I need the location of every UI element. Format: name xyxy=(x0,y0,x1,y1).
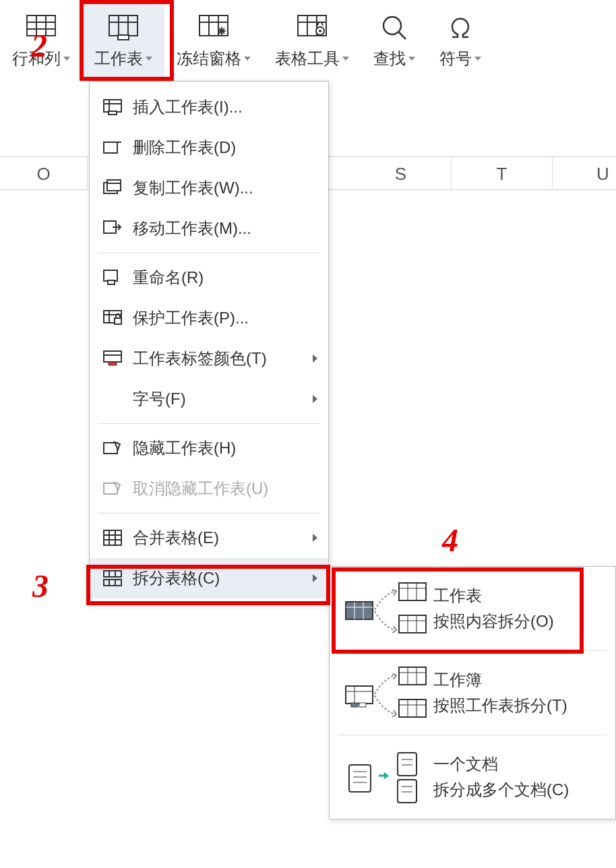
submenu-arrow-icon xyxy=(313,395,317,403)
svg-rect-47 xyxy=(109,362,117,365)
tools-icon xyxy=(297,11,327,44)
svg-rect-82 xyxy=(399,700,426,717)
svg-rect-56 xyxy=(104,580,121,586)
menu-insert[interactable]: 插入工作表(I)... xyxy=(90,87,328,127)
svg-rect-76 xyxy=(351,703,358,707)
svg-rect-50 xyxy=(104,530,121,545)
col-U[interactable]: U xyxy=(553,157,616,189)
menu-protect[interactable]: 保护工作表(P)... xyxy=(90,298,328,338)
unhide-icon xyxy=(100,480,125,497)
col-S[interactable]: S xyxy=(350,157,452,189)
split-icon xyxy=(100,570,125,586)
menu-unhide-label: 取消隐藏工作表(U) xyxy=(133,478,268,499)
worksheet-menu: 插入工作表(I)... 删除工作表(D) 复制工作表(W)... 移动工作表(M… xyxy=(89,81,329,604)
sheet-icon xyxy=(109,11,138,44)
submenu-arrow-icon xyxy=(313,354,317,363)
menu-unhide: 取消隐藏工作表(U) xyxy=(90,468,328,509)
ribbon-worksheet[interactable]: 工作表 xyxy=(82,0,164,81)
search-icon xyxy=(381,11,408,44)
svg-rect-55 xyxy=(104,571,121,577)
badge-4: 4 xyxy=(442,522,458,559)
svg-point-23 xyxy=(319,30,321,32)
move-sheet-icon xyxy=(100,220,125,237)
menu-merge-label: 合并表格(E) xyxy=(133,527,219,549)
svg-rect-29 xyxy=(109,111,117,115)
svg-rect-86 xyxy=(349,765,371,792)
menu-tabcolor[interactable]: 工作表标签颜色(T) xyxy=(90,338,328,379)
svg-rect-78 xyxy=(399,667,426,685)
protect-icon xyxy=(100,310,125,326)
submenu-s1b: 按照内容拆分(O) xyxy=(433,609,554,634)
ribbon-freeze[interactable]: 冻结窗格 xyxy=(164,0,263,81)
svg-rect-26 xyxy=(104,100,121,112)
caret-icon xyxy=(474,57,481,61)
svg-rect-40 xyxy=(108,280,115,284)
separator xyxy=(338,735,607,735)
svg-rect-77 xyxy=(359,703,366,707)
menu-delete-label: 删除工作表(D) xyxy=(133,137,236,158)
badge-2: 2 xyxy=(31,27,47,64)
caret-icon xyxy=(146,57,152,61)
menu-rename[interactable]: 重命名(R) xyxy=(90,257,328,298)
svg-rect-44 xyxy=(115,318,121,324)
svg-rect-73 xyxy=(346,686,373,704)
col-T[interactable]: T xyxy=(452,157,553,189)
menu-split[interactable]: 拆分表格(C) xyxy=(90,558,328,598)
submenu-s1a: 工作表 xyxy=(433,583,554,609)
menu-copy-label: 复制工作表(W)... xyxy=(133,177,253,199)
menu-fontsize-label: 字号(F) xyxy=(133,388,186,410)
tabcolor-icon xyxy=(100,350,125,367)
menu-delete[interactable]: 删除工作表(D) xyxy=(90,127,328,168)
menu-split-label: 拆分表格(C) xyxy=(133,567,220,589)
separator xyxy=(98,253,320,253)
submenu-split-sheet[interactable]: 工作簿按照工作表拆分(T) xyxy=(330,654,615,732)
menu-hide[interactable]: 隐藏工作表(H) xyxy=(90,428,328,468)
col-O[interactable]: O xyxy=(0,157,88,189)
menu-copy[interactable]: 复制工作表(W)... xyxy=(90,168,328,208)
hide-icon xyxy=(100,440,125,456)
submenu-arrow-icon xyxy=(313,534,317,542)
submenu-s2a: 工作簿 xyxy=(433,667,567,693)
ribbon-freeze-label: 冻结窗格 xyxy=(177,48,241,69)
menu-fontsize[interactable]: 字号(F) xyxy=(90,379,328,419)
svg-rect-9 xyxy=(118,35,129,40)
menu-hide-label: 隐藏工作表(H) xyxy=(133,437,236,459)
caret-icon xyxy=(408,57,415,61)
ribbon-worksheet-label: 工作表 xyxy=(94,48,143,69)
submenu-arrow-icon xyxy=(313,574,317,582)
caret-icon xyxy=(63,57,70,61)
delete-sheet-icon xyxy=(100,140,125,156)
split-submenu: 工作表按照内容拆分(O) 工作簿按照工作表拆分(T) 一个文档拆分成多个文档(C… xyxy=(329,566,616,819)
ribbon-tabletools-label: 表格工具 xyxy=(275,48,340,69)
copy-sheet-icon xyxy=(100,179,125,197)
svg-rect-30 xyxy=(104,142,117,153)
menu-move[interactable]: 移动工作表(M)... xyxy=(90,208,328,249)
menu-protect-label: 保护工作表(P)... xyxy=(133,307,249,329)
menu-move-label: 移动工作表(M)... xyxy=(133,218,251,239)
menu-rename-label: 重命名(R) xyxy=(133,267,204,288)
badge-3: 3 xyxy=(32,567,49,604)
split-content-icon xyxy=(339,582,433,636)
split-doc-icon xyxy=(339,750,433,804)
merge-icon xyxy=(100,530,125,546)
ribbon-find-label: 查找 xyxy=(373,48,406,69)
ribbon-find[interactable]: 查找 xyxy=(361,0,427,81)
submenu-split-doc[interactable]: 一个文档拆分成多个文档(C) xyxy=(330,738,615,816)
svg-rect-5 xyxy=(109,16,137,36)
caret-icon xyxy=(244,57,251,61)
ribbon-symbol[interactable]: 符号 xyxy=(427,0,493,81)
svg-rect-65 xyxy=(399,583,426,600)
svg-rect-90 xyxy=(398,753,417,776)
freeze-icon xyxy=(199,11,228,44)
svg-rect-69 xyxy=(399,615,426,633)
separator xyxy=(338,650,607,651)
omega-icon xyxy=(447,11,474,44)
submenu-split-content[interactable]: 工作表按照内容拆分(O) xyxy=(330,569,615,648)
svg-rect-39 xyxy=(104,270,117,281)
menu-insert-label: 插入工作表(I)... xyxy=(133,96,243,118)
ribbon-tabletools[interactable]: 表格工具 xyxy=(263,0,361,81)
submenu-s2b: 按照工作表拆分(T) xyxy=(433,693,567,718)
svg-rect-35 xyxy=(107,180,121,191)
menu-merge[interactable]: 合并表格(E) xyxy=(90,518,328,558)
svg-rect-45 xyxy=(104,351,121,362)
